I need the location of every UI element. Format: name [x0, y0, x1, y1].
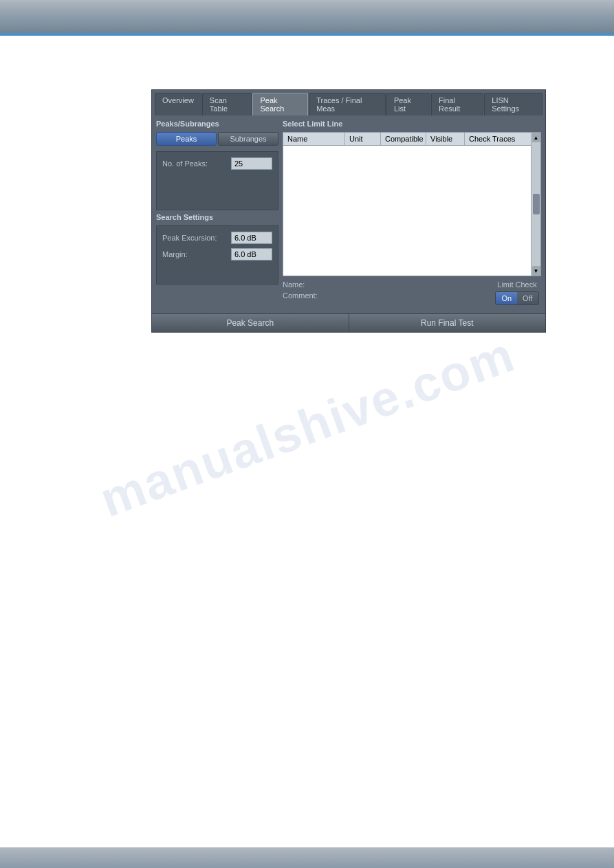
on-off-toggle[interactable]: On Off [495, 291, 538, 305]
content-area: Peaks/Subranges Peaks Subranges No. of P… [152, 115, 545, 332]
comment-label: Comment: [283, 291, 324, 300]
col-header-compatible: Compatible [381, 133, 426, 145]
col-header-check-traces: Check Traces [465, 133, 540, 145]
search-settings-box: Peak Excursion: Margin: [156, 225, 278, 285]
limit-check-box: Limit Check On Off [493, 280, 541, 305]
margin-row: Margin: [162, 248, 272, 260]
tab-overview[interactable]: Overview [155, 93, 201, 115]
name-comment-labels: Name: Comment: [283, 280, 487, 302]
bottom-bar [0, 847, 614, 868]
tab-traces-final-meas[interactable]: Traces / Final Meas [309, 93, 386, 115]
limit-check-label: Limit Check [497, 280, 536, 289]
tab-bar: Overview Scan Table Peak Search Traces /… [152, 90, 545, 115]
run-final-test-button[interactable]: Run Final Test [349, 314, 546, 332]
tab-lisn-settings[interactable]: LISN Settings [484, 93, 542, 115]
search-settings-label: Search Settings [156, 213, 278, 221]
peak-search-button[interactable]: Peak Search [152, 314, 349, 332]
peak-excursion-input[interactable] [231, 232, 272, 244]
tab-peak-list[interactable]: Peak List [386, 93, 430, 115]
left-panel: Peaks/Subranges Peaks Subranges No. of P… [156, 120, 278, 305]
top-bar-blue-line [0, 33, 614, 36]
col-header-name: Name [283, 133, 345, 145]
bottom-button-bar: Peak Search Run Final Test [152, 313, 545, 332]
limit-table-body [283, 146, 540, 274]
margin-label: Margin: [162, 250, 231, 258]
watermark: manualshive.com [92, 326, 521, 528]
col-header-visible: Visible [426, 133, 465, 145]
peaks-config-box: No. of Peaks: [156, 151, 278, 210]
peaks-subranges-label: Peaks/Subranges [156, 120, 278, 128]
scroll-up-arrow[interactable]: ▲ [532, 133, 540, 142]
select-limit-line-label: Select Limit Line [283, 120, 541, 128]
peaks-subranges-buttons: Peaks Subranges [156, 132, 278, 146]
comment-row: Comment: [283, 291, 487, 300]
scroll-thumb[interactable] [533, 194, 540, 214]
search-settings-section: Search Settings Peak Excursion: Margin: [156, 213, 278, 285]
scroll-down-arrow[interactable]: ▼ [532, 266, 540, 276]
tab-final-result[interactable]: Final Result [431, 93, 483, 115]
right-panel: Select Limit Line Name Unit Compatible V… [283, 120, 541, 305]
limit-line-table: Name Unit Compatible Visible Check Trace… [283, 132, 541, 276]
no-of-peaks-label: No. of Peaks: [162, 159, 231, 168]
panels: Peaks/Subranges Peaks Subranges No. of P… [152, 115, 545, 309]
top-bar [0, 0, 614, 36]
name-comment-area: Name: Comment: Limit Check On Off [283, 280, 541, 305]
tab-scan-table[interactable]: Scan Table [202, 93, 252, 115]
peak-excursion-label: Peak Excursion: [162, 234, 231, 242]
limit-table-header: Name Unit Compatible Visible Check Trace… [283, 133, 540, 146]
no-of-peaks-row: No. of Peaks: [162, 157, 272, 170]
subranges-button[interactable]: Subranges [218, 132, 278, 146]
no-of-peaks-input[interactable] [231, 157, 272, 170]
tab-peak-search[interactable]: Peak Search [252, 93, 308, 115]
toggle-on-button[interactable]: On [496, 292, 517, 304]
peaks-button[interactable]: Peaks [156, 132, 217, 146]
limit-table-scrollbar[interactable]: ▲ ▼ [531, 133, 540, 276]
margin-input[interactable] [231, 248, 272, 260]
name-row: Name: [283, 280, 487, 289]
name-label: Name: [283, 280, 324, 289]
toggle-off-button[interactable]: Off [517, 292, 538, 304]
main-window: Overview Scan Table Peak Search Traces /… [151, 89, 546, 333]
peak-excursion-row: Peak Excursion: [162, 232, 272, 244]
col-header-unit: Unit [345, 133, 381, 145]
